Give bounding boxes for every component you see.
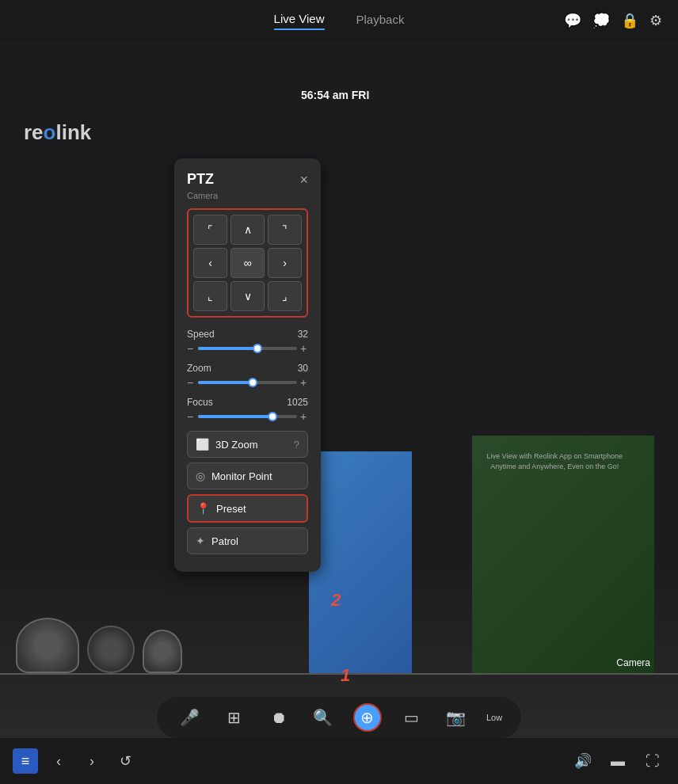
marker-1: 1 — [341, 665, 350, 686]
zoom-thumb[interactable] — [248, 378, 257, 387]
zoom-fill — [198, 381, 253, 384]
zoom-track[interactable] — [198, 381, 297, 384]
preset-label: Preset — [216, 503, 246, 515]
tab-playback[interactable]: Playback — [356, 13, 405, 29]
focus-increase[interactable]: + — [300, 410, 308, 423]
focus-value: 1025 — [287, 397, 308, 408]
grid-view-button[interactable]: ⊞ — [220, 703, 249, 732]
volume-button[interactable]: 🔊 — [570, 748, 596, 774]
ptz-close-button[interactable]: × — [299, 173, 308, 187]
nav-icons: 💬 💭 🔒 ⚙ — [564, 12, 662, 29]
bottom-nav-right: 🔊 ▬ ⛶ — [570, 748, 665, 774]
dir-bottom-left[interactable]: ⌞ — [193, 281, 227, 311]
top-navigation: Live View Playback 💬 💭 🔒 ⚙ — [0, 0, 678, 41]
bottom-navigation: ≡ ‹ › ↺ 🔊 ▬ ⛶ — [0, 738, 678, 784]
zoom-label: Zoom — [187, 363, 211, 374]
ptz-button[interactable]: ⊕ — [353, 703, 382, 732]
zoom-value: 30 — [298, 363, 308, 374]
dir-up[interactable]: ∧ — [230, 215, 265, 245]
dir-top-right[interactable]: ⌝ — [268, 215, 302, 245]
camera-scene: reolink Live View with Reolink App on Sm… — [0, 41, 678, 738]
patrol-icon: ✦ — [196, 535, 205, 547]
focus-fill — [198, 415, 272, 418]
ptz-header: PTZ × — [187, 171, 308, 188]
preset-icon: 📍 — [196, 502, 210, 515]
camera-shape-2 — [87, 626, 135, 673]
speed-decrease[interactable]: − — [187, 342, 195, 355]
message-icon[interactable]: 💭 — [592, 12, 610, 29]
3d-zoom-icon: ⬜ — [196, 438, 209, 451]
speed-track[interactable] — [198, 347, 297, 350]
monitor-point-label: Monitor Point — [211, 470, 272, 482]
focus-label: Focus — [187, 397, 213, 408]
reolink-logo: reolink — [24, 120, 91, 145]
green-box-text: Live View with Reolink App on Smartphone… — [487, 451, 623, 471]
camera-view: reolink Live View with Reolink App on Sm… — [0, 41, 678, 738]
preset-button[interactable]: 📍 Preset — [187, 494, 308, 523]
ptz-title: PTZ — [187, 171, 214, 188]
microphone-button[interactable]: 🎤 — [176, 703, 204, 732]
patrol-label: Patrol — [211, 535, 238, 547]
camera-label: Camera — [616, 657, 650, 668]
zoom-slider-row: Zoom 30 − + — [187, 363, 308, 389]
patrol-button[interactable]: ✦ Patrol — [187, 527, 308, 554]
quality-button[interactable]: Low — [486, 703, 502, 732]
focus-track[interactable] — [198, 415, 297, 418]
dir-down[interactable]: ∨ — [230, 281, 265, 311]
monitor-point-button[interactable]: ◎ Monitor Point — [187, 462, 308, 489]
refresh-button[interactable]: ↺ — [112, 748, 138, 774]
speed-fill — [198, 347, 257, 350]
speed-slider-row: Speed 32 − + — [187, 329, 308, 355]
3d-zoom-button[interactable]: ⬜ 3D Zoom ? — [187, 431, 308, 458]
dir-right[interactable]: › — [268, 248, 302, 278]
cameras-area — [16, 618, 182, 673]
dir-left[interactable]: ‹ — [193, 248, 227, 278]
camera-timestamp: 56:54 am FRI — [301, 89, 369, 101]
zoom-increase[interactable]: + — [300, 376, 308, 389]
tab-live-view[interactable]: Live View — [274, 12, 325, 30]
previous-button[interactable]: ‹ — [46, 748, 71, 774]
monitor-point-icon: ◎ — [196, 470, 205, 482]
marker-2: 2 — [331, 590, 341, 611]
help-icon[interactable]: ? — [294, 439, 299, 451]
bottom-nav-left: ≡ ‹ › ↺ — [13, 748, 138, 774]
speed-value: 32 — [298, 329, 308, 340]
ptz-subtitle: Camera — [187, 191, 308, 200]
speed-thumb[interactable] — [253, 344, 262, 353]
focus-slider-row: Focus 1025 − + — [187, 397, 308, 423]
dir-bottom-right[interactable]: ⌟ — [268, 281, 302, 311]
dir-top-left[interactable]: ⌜ — [193, 215, 227, 245]
speed-label: Speed — [187, 329, 215, 340]
settings-icon[interactable]: ⚙ — [649, 12, 662, 29]
nav-tabs: Live View Playback — [274, 12, 405, 30]
blue-box — [309, 451, 412, 673]
chat-icon[interactable]: 💬 — [564, 12, 581, 29]
window-button[interactable]: ▬ — [605, 748, 630, 774]
menu-button[interactable]: ≡ — [13, 748, 38, 774]
camera-shape-3 — [143, 630, 182, 673]
search-button[interactable]: 🔍 — [309, 703, 337, 732]
dir-center[interactable]: ∞ — [230, 248, 265, 278]
speed-increase[interactable]: + — [300, 342, 308, 355]
camera-shape-1 — [16, 618, 79, 673]
clip-button[interactable]: ▭ — [398, 703, 426, 732]
lock-icon[interactable]: 🔒 — [621, 12, 638, 29]
bottom-toolbar: 🎤 ⊞ ⏺ 🔍 ⊕ ▭ 📷 Low — [157, 697, 521, 738]
direction-grid: ⌜ ∧ ⌝ ‹ ∞ › ⌞ ∨ ⌟ — [187, 208, 308, 318]
3d-zoom-label: 3D Zoom — [215, 439, 257, 451]
snapshot-button[interactable]: 📷 — [442, 703, 470, 732]
next-button[interactable]: › — [79, 748, 105, 774]
fullscreen-button[interactable]: ⛶ — [640, 748, 665, 774]
shelf — [0, 673, 678, 675]
focus-decrease[interactable]: − — [187, 410, 195, 423]
record-button[interactable]: ⏺ — [265, 703, 293, 732]
zoom-decrease[interactable]: − — [187, 376, 195, 389]
green-box: Live View with Reolink App on Smartphone… — [472, 436, 654, 673]
focus-thumb[interactable] — [268, 412, 277, 421]
ptz-panel: PTZ × Camera ⌜ ∧ ⌝ ‹ ∞ › ⌞ ∨ ⌟ Speed 32 … — [174, 158, 321, 572]
